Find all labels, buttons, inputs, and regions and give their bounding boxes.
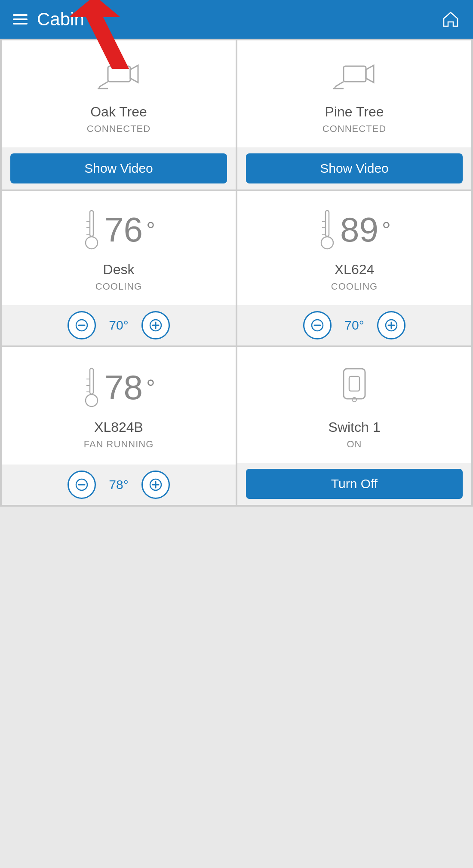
chevron-down-icon bbox=[89, 17, 99, 24]
camera-card-oak-tree: Oak Tree CONNECTED Show Video bbox=[2, 40, 236, 189]
menu-button[interactable] bbox=[13, 14, 28, 24]
thermostat-card-desk: 76° Desk COOLING 70° bbox=[2, 191, 236, 345]
device-status: COOLING bbox=[95, 281, 142, 292]
temp-decrease-button-xl624[interactable] bbox=[303, 311, 332, 339]
svg-rect-2 bbox=[108, 66, 130, 82]
svg-line-4 bbox=[99, 82, 108, 87]
switch-card-1-footer: Turn Off bbox=[237, 463, 471, 505]
device-name: Desk bbox=[103, 262, 135, 278]
svg-point-20 bbox=[321, 237, 333, 249]
thermostat-card-xl624-body: 89° XL624 COOLING bbox=[237, 191, 471, 305]
temperature-display: 76° bbox=[82, 208, 155, 251]
svg-rect-7 bbox=[344, 66, 366, 82]
current-temperature: 78 bbox=[104, 370, 143, 405]
temperature-unit: ° bbox=[382, 219, 391, 241]
temperature-unit: ° bbox=[146, 376, 155, 399]
device-status: CONNECTED bbox=[87, 123, 150, 134]
temp-decrease-button-desk[interactable] bbox=[68, 311, 96, 339]
thermostat-controls-xl624: 70° bbox=[237, 305, 471, 345]
turn-off-button[interactable]: Turn Off bbox=[246, 469, 463, 499]
device-name: Switch 1 bbox=[329, 419, 381, 435]
thermostat-card-xl824b: 78° XL824B FAN RUNNING 78° bbox=[2, 347, 236, 505]
location-title[interactable]: Cabin bbox=[37, 9, 99, 30]
thermostat-controls-xl824b: 78° bbox=[2, 465, 236, 505]
temperature-display: 89° bbox=[318, 208, 391, 251]
svg-line-9 bbox=[335, 82, 344, 87]
device-name: XL824B bbox=[94, 419, 143, 435]
set-temperature-xl824b: 78° bbox=[109, 477, 128, 492]
thermostat-card-xl824b-body: 78° XL824B FAN RUNNING bbox=[2, 347, 236, 465]
device-name: XL624 bbox=[335, 262, 375, 278]
switch-icon bbox=[337, 364, 372, 409]
svg-point-27 bbox=[86, 394, 98, 406]
camera-card-pine-tree-body: Pine Tree CONNECTED bbox=[237, 40, 471, 147]
svg-point-13 bbox=[86, 237, 98, 249]
temp-increase-button-xl824b[interactable] bbox=[141, 471, 170, 499]
home-button[interactable] bbox=[441, 10, 460, 29]
thermostat-card-desk-body: 76° Desk COOLING bbox=[2, 191, 236, 305]
temp-decrease-button-xl824b[interactable] bbox=[68, 471, 96, 499]
thermostat-controls-desk: 70° bbox=[2, 305, 236, 345]
show-video-button-oak-tree[interactable]: Show Video bbox=[10, 153, 227, 183]
thermostat-card-xl624: 89° XL624 COOLING 70° bbox=[237, 191, 471, 345]
svg-rect-12 bbox=[90, 211, 93, 236]
switch-card-1: Switch 1 ON Turn Off bbox=[237, 347, 471, 505]
device-status: FAN RUNNING bbox=[84, 439, 154, 450]
device-status: COOLING bbox=[331, 281, 378, 292]
temperature-display: 78° bbox=[82, 366, 155, 409]
camera-card-oak-tree-footer: Show Video bbox=[2, 147, 236, 189]
temperature-unit: ° bbox=[146, 219, 155, 241]
svg-rect-26 bbox=[90, 368, 93, 394]
current-temperature: 89 bbox=[340, 213, 378, 247]
svg-rect-33 bbox=[344, 369, 365, 399]
app-header: Cabin bbox=[0, 0, 473, 39]
device-status: ON bbox=[347, 439, 362, 450]
svg-rect-19 bbox=[326, 211, 329, 236]
camera-icon bbox=[95, 58, 142, 94]
device-name: Pine Tree bbox=[325, 104, 384, 120]
set-temperature-xl624: 70° bbox=[344, 318, 364, 333]
device-status: CONNECTED bbox=[322, 123, 386, 134]
set-temperature-desk: 70° bbox=[109, 318, 128, 333]
switch-card-1-body: Switch 1 ON bbox=[237, 347, 471, 463]
show-video-button-pine-tree[interactable]: Show Video bbox=[246, 153, 463, 183]
device-grid: Oak Tree CONNECTED Show Video Pine Tree … bbox=[0, 39, 473, 507]
camera-card-pine-tree-footer: Show Video bbox=[237, 147, 471, 189]
device-name: Oak Tree bbox=[90, 104, 147, 120]
current-temperature: 76 bbox=[104, 213, 143, 247]
temp-increase-button-xl624[interactable] bbox=[377, 311, 405, 339]
camera-icon bbox=[331, 58, 378, 94]
camera-card-pine-tree: Pine Tree CONNECTED Show Video bbox=[237, 40, 471, 189]
temp-increase-button-desk[interactable] bbox=[141, 311, 170, 339]
camera-card-oak-tree-body: Oak Tree CONNECTED bbox=[2, 40, 236, 147]
location-name: Cabin bbox=[37, 9, 84, 30]
svg-marker-8 bbox=[366, 65, 374, 83]
svg-rect-34 bbox=[349, 376, 359, 391]
svg-marker-3 bbox=[130, 65, 138, 83]
